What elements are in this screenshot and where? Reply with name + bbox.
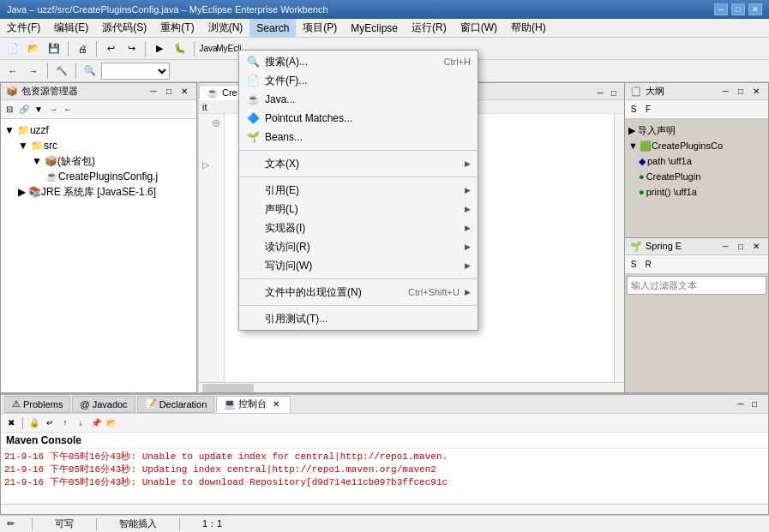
open-button[interactable]: 📂 <box>24 39 43 58</box>
menu-refactor[interactable]: 重构(T) <box>153 19 201 37</box>
tree-item-uzzf[interactable]: ▼ 📁 uzzf <box>1 123 196 138</box>
search-write-item[interactable]: 写访问(W) <box>239 256 478 275</box>
spring-icon: 🌱 <box>630 241 642 252</box>
bottom-max[interactable]: □ <box>748 398 761 411</box>
print-button[interactable]: 🖨 <box>73 39 92 58</box>
status-bar: ✏ 可写 智能插入 1：1 <box>0 515 769 532</box>
tab-javadoc[interactable]: @ Javadoc <box>72 396 135 413</box>
menu-navigate[interactable]: 浏览(N) <box>201 19 250 37</box>
undo-button[interactable]: ↩ <box>101 39 120 58</box>
perspective-java[interactable]: Java <box>199 39 218 58</box>
search-read-item[interactable]: 读访问(R) <box>239 237 478 256</box>
perspective-myeclipse[interactable]: MyEcli <box>219 39 238 58</box>
close-console-tab[interactable]: ✕ <box>269 398 283 411</box>
clear-console-btn[interactable]: ✖ <box>4 416 18 430</box>
tab-problems[interactable]: ⚠ Problems <box>4 396 70 413</box>
tree-item-default-pkg[interactable]: ▼ 📦 (缺省包) <box>1 153 196 169</box>
imports-icon: ▶ <box>628 125 635 136</box>
search-java-item[interactable]: ☕ Java... <box>239 90 478 109</box>
outline-item-class[interactable]: ▼ 🟩 CreatePluginsCo <box>625 138 768 153</box>
maximize-button[interactable]: □ <box>731 3 745 15</box>
collapse-all-btn[interactable]: ⊟ <box>3 103 16 117</box>
menu-edit[interactable]: 编辑(E) <box>47 19 95 37</box>
outline-item-print[interactable]: ● print() \uff1a <box>625 184 768 200</box>
outline-item-imports[interactable]: ▶ 导入声明 <box>625 123 768 138</box>
run-button[interactable]: ▶ <box>150 39 169 58</box>
minimize-panel-btn[interactable]: ─ <box>147 85 160 99</box>
editor-minimize[interactable]: ─ <box>593 86 607 99</box>
outline-item-constructor[interactable]: ● CreatePlugin <box>625 169 768 184</box>
outline-filter[interactable]: F <box>641 103 655 117</box>
spring-btn2[interactable]: R <box>641 257 655 271</box>
console-nav-up[interactable]: ↑ <box>58 416 72 430</box>
tab-console[interactable]: 💻 控制台 ✕ <box>216 396 291 413</box>
link-editor-btn[interactable]: 🔗 <box>17 103 31 117</box>
spring-btn1[interactable]: S <box>627 257 640 271</box>
search-combo[interactable] <box>101 63 170 80</box>
console-nav-down[interactable]: ↓ <box>74 416 87 430</box>
search-test-item[interactable]: 引用测试(T)... <box>239 309 478 328</box>
console-content: 21-9-16 下午05时16分43秒: Unable to update in… <box>1 449 768 504</box>
occur-icon <box>246 285 260 299</box>
outline-sort[interactable]: S <box>627 103 640 117</box>
outline-header: 📋 大纲 ─ □ ✕ <box>625 83 768 100</box>
outline-item-path[interactable]: ◆ path \uff1a <box>625 153 768 169</box>
search-all-item[interactable]: 🔍 搜索(A)... Ctrl+H <box>239 52 478 71</box>
outline-icon: 📋 <box>630 86 642 97</box>
menu-search[interactable]: Search <box>249 19 296 37</box>
bottom-min[interactable]: ─ <box>734 398 748 411</box>
menu-myeclipse[interactable]: MyEclipse <box>344 19 405 37</box>
search-impl-item[interactable]: 实现器(I) <box>239 218 478 237</box>
search-decl-item[interactable]: 声明(L) <box>239 200 478 218</box>
outline-close[interactable]: ✕ <box>749 85 763 99</box>
outline-max[interactable]: □ <box>734 85 748 99</box>
search-beans-item[interactable]: 🌱 Beans... <box>239 128 478 146</box>
menu-project[interactable]: 项目(P) <box>296 19 344 37</box>
maximize-panel-btn[interactable]: □ <box>162 85 176 99</box>
forward-button[interactable]: → <box>24 62 43 81</box>
menu-file[interactable]: 文件(F) <box>0 19 47 37</box>
editor-maximize[interactable]: □ <box>607 86 621 99</box>
word-wrap-btn[interactable]: ↵ <box>43 416 57 430</box>
close-panel-btn[interactable]: ✕ <box>177 85 191 99</box>
write-icon <box>246 259 260 272</box>
search-text-item[interactable]: 文本(X) <box>239 154 478 173</box>
menu-window[interactable]: 窗口(W) <box>454 19 504 37</box>
spring-max[interactable]: □ <box>734 239 748 253</box>
menu-run[interactable]: 运行(R) <box>405 19 454 37</box>
build-button[interactable]: 🔨 <box>52 62 71 81</box>
back-nav-btn[interactable]: ← <box>61 103 75 117</box>
close-button[interactable]: ✕ <box>748 3 762 15</box>
outline-min[interactable]: ─ <box>718 85 732 99</box>
spring-filter-input[interactable] <box>627 276 766 295</box>
open-console-btn[interactable]: 📂 <box>105 416 118 430</box>
back-button[interactable]: ← <box>3 62 22 81</box>
scroll-lock-btn[interactable]: 🔒 <box>27 416 41 430</box>
console-line-3: 21-9-16 下午05时16分43秒: Unable to download … <box>4 476 765 489</box>
bottom-hscroll[interactable] <box>1 504 768 514</box>
menu-source[interactable]: 源代码(S) <box>95 19 153 37</box>
pin-console-btn[interactable]: 📌 <box>89 416 103 430</box>
editor-vscroll[interactable] <box>614 114 624 382</box>
minimize-button[interactable]: ─ <box>714 3 728 15</box>
tree-item-create-config[interactable]: ☕ CreatePluginsConfig.j <box>1 169 196 184</box>
search-ref-item[interactable]: 引用(E) <box>239 181 478 200</box>
save-button[interactable]: 💾 <box>45 39 63 58</box>
log-time-2: 21-9-16 <box>4 464 50 475</box>
search-occur-item[interactable]: 文件中的出现位置(N) Ctrl+Shift+U <box>239 283 478 302</box>
spring-min[interactable]: ─ <box>718 239 732 253</box>
tree-item-src[interactable]: ▼ 📁 src <box>1 138 196 153</box>
spring-close[interactable]: ✕ <box>749 239 763 253</box>
menu-help[interactable]: 帮助(H) <box>504 19 553 37</box>
redo-button[interactable]: ↪ <box>122 39 141 58</box>
search-pointcut-item[interactable]: 🔷 Pointcut Matches... <box>239 109 478 128</box>
view-menu-btn[interactable]: ▼ <box>32 103 45 117</box>
search-file-item[interactable]: 📄 文件(F)... <box>239 71 478 90</box>
forward-nav-btn[interactable]: → <box>46 103 60 117</box>
debug-button[interactable]: 🐛 <box>171 39 189 58</box>
editor-hscroll[interactable] <box>199 382 624 392</box>
search-icon-tb[interactable]: 🔍 <box>81 62 99 81</box>
tab-declaration[interactable]: 📝 Declaration <box>137 396 215 413</box>
tree-item-jre[interactable]: ▶ 📚 JRE 系统库 [JavaSE-1.6] <box>1 184 196 200</box>
new-button[interactable]: 📄 <box>3 39 22 58</box>
